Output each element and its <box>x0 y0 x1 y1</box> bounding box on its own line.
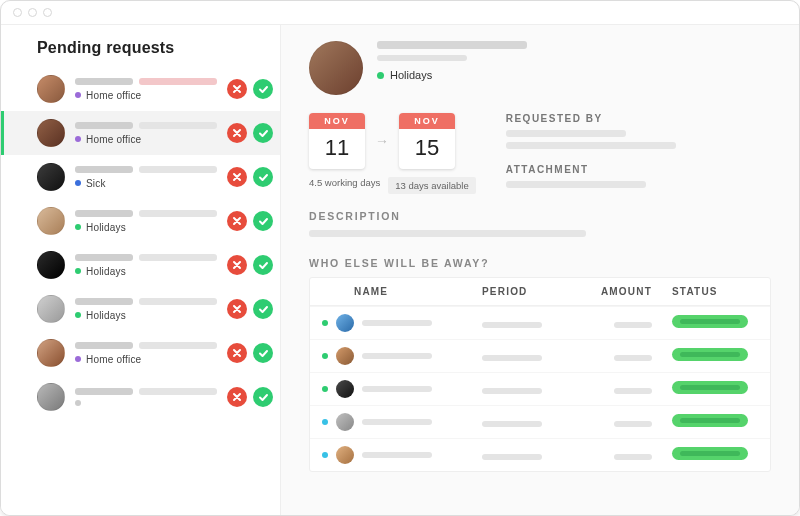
request-type-label: Home office <box>86 90 141 101</box>
request-item[interactable]: Holidays <box>1 199 280 243</box>
requester-avatar <box>309 41 363 95</box>
avatar <box>336 380 354 398</box>
status-badge <box>672 447 748 460</box>
table-row[interactable] <box>310 339 770 372</box>
row-type-dot <box>322 419 328 425</box>
request-type-dot <box>75 356 81 362</box>
col-status: STATUS <box>672 286 758 297</box>
approve-button[interactable] <box>253 211 273 231</box>
reject-button[interactable] <box>227 255 247 275</box>
date-range-block: NOV 11 → NOV 15 4.5 working days 13 days… <box>309 113 476 194</box>
date-from-day: 11 <box>309 129 365 169</box>
date-from-month: NOV <box>309 113 365 129</box>
titlebar <box>1 1 799 25</box>
status-badge <box>672 348 748 361</box>
avatar <box>37 295 65 323</box>
pending-requests-sidebar: Pending requests Home officeHome officeS… <box>1 25 281 515</box>
avatar <box>37 75 65 103</box>
status-badge <box>672 315 748 328</box>
request-list: Home officeHome officeSickHolidaysHolida… <box>1 67 280 515</box>
request-body: Sick <box>75 166 217 189</box>
reject-button[interactable] <box>227 79 247 99</box>
reject-button[interactable] <box>227 167 247 187</box>
date-from-card: NOV 11 <box>309 113 365 169</box>
date-to-day: 15 <box>399 129 455 169</box>
approve-button[interactable] <box>253 123 273 143</box>
window-min-dot[interactable] <box>28 8 37 17</box>
request-body: Home office <box>75 122 217 145</box>
col-name: NAME <box>322 286 482 297</box>
avatar <box>37 339 65 367</box>
window-max-dot[interactable] <box>43 8 52 17</box>
request-item[interactable]: Holidays <box>1 287 280 331</box>
avatar <box>336 314 354 332</box>
request-actions <box>227 299 273 319</box>
request-type-label: Holidays <box>86 310 126 321</box>
request-item[interactable]: Holidays <box>1 243 280 287</box>
request-item[interactable]: Home office <box>1 331 280 375</box>
avatar <box>37 383 65 411</box>
reject-button[interactable] <box>227 387 247 407</box>
approve-button[interactable] <box>253 299 273 319</box>
approve-button[interactable] <box>253 255 273 275</box>
row-type-dot <box>322 386 328 392</box>
date-to-card: NOV 15 <box>399 113 455 169</box>
row-type-dot <box>322 452 328 458</box>
request-actions <box>227 167 273 187</box>
request-body: Holidays <box>75 254 217 277</box>
arrow-right-icon: → <box>375 133 389 149</box>
content-split: Pending requests Home officeHome officeS… <box>1 25 799 515</box>
request-actions <box>227 211 273 231</box>
request-type-label: Holidays <box>390 69 432 81</box>
request-type-dot <box>75 136 81 142</box>
avatar <box>336 413 354 431</box>
detail-header: Holidays <box>309 41 771 95</box>
request-item[interactable]: Sick <box>1 155 280 199</box>
row-name-placeholder <box>362 353 432 359</box>
date-to-month: NOV <box>399 113 455 129</box>
approve-button[interactable] <box>253 343 273 363</box>
table-row[interactable] <box>310 405 770 438</box>
description-placeholder <box>309 230 586 237</box>
requested-by-placeholder <box>506 130 626 137</box>
request-type-dot <box>75 224 81 230</box>
reject-button[interactable] <box>227 211 247 231</box>
days-available-chip: 13 days available <box>388 177 475 194</box>
reject-button[interactable] <box>227 299 247 319</box>
request-type-dot <box>377 72 384 79</box>
requester-name-placeholder <box>377 41 527 49</box>
approve-button[interactable] <box>253 79 273 99</box>
request-body: Holidays <box>75 298 217 321</box>
request-actions <box>227 343 273 363</box>
reject-button[interactable] <box>227 343 247 363</box>
meta-side: REQUESTED BY ATTACHMENT <box>506 113 771 193</box>
request-item[interactable] <box>1 375 280 419</box>
request-actions <box>227 255 273 275</box>
row-name-placeholder <box>362 320 432 326</box>
who-table-header: NAME PERIOD AMOUNT STATUS <box>310 278 770 306</box>
avatar <box>37 163 65 191</box>
table-row[interactable] <box>310 372 770 405</box>
avatar <box>37 207 65 235</box>
request-type-label: Home office <box>86 354 141 365</box>
table-row[interactable] <box>310 438 770 471</box>
description-label: DESCRIPTION <box>309 210 771 222</box>
col-period: PERIOD <box>482 286 582 297</box>
window-close-dot[interactable] <box>13 8 22 17</box>
row-type-dot <box>322 353 328 359</box>
who-else-table: NAME PERIOD AMOUNT STATUS <box>309 277 771 472</box>
col-amount: AMOUNT <box>582 286 672 297</box>
request-type-label: Sick <box>86 178 106 189</box>
status-badge <box>672 381 748 394</box>
table-row[interactable] <box>310 306 770 339</box>
request-item[interactable]: Home office <box>1 67 280 111</box>
attachment-placeholder <box>506 181 646 188</box>
working-days-text: 4.5 working days <box>309 177 380 194</box>
reject-button[interactable] <box>227 123 247 143</box>
request-type-dot <box>75 180 81 186</box>
request-body: Holidays <box>75 210 217 233</box>
request-item[interactable]: Home office <box>1 111 280 155</box>
approve-button[interactable] <box>253 387 273 407</box>
approve-button[interactable] <box>253 167 273 187</box>
requester-name-block: Holidays <box>377 41 527 81</box>
